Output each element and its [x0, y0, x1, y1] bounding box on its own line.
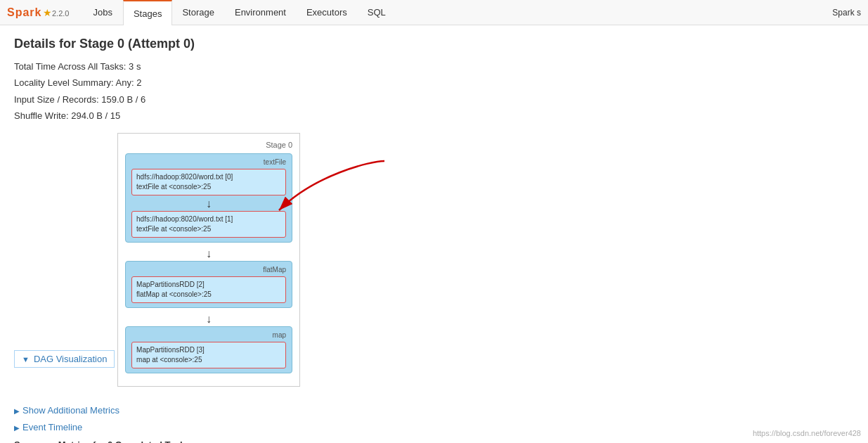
textfile-group-label: textFile — [131, 158, 286, 166]
meta-info: Total Time Across All Tasks: 3 s Localit… — [14, 58, 854, 124]
triangle-icon-timeline: ▶ — [14, 424, 20, 432]
top-navigation: Spark ★ 2.2.0 Jobs Stages Storage Enviro… — [0, 0, 868, 25]
tab-stages[interactable]: Stages — [123, 0, 172, 25]
show-additional-metrics-link[interactable]: ▶Show Additional Metrics — [14, 402, 854, 420]
url-watermark: https://blog.csdn.net/forever428 — [753, 429, 861, 437]
locality-summary: Locality Level Summary: Any: 2 — [14, 75, 854, 91]
tab-storage[interactable]: Storage — [172, 0, 225, 25]
rdd-node-0: hdfs://hadoop:8020/word.txt [0]textFile … — [131, 169, 286, 195]
shuffle-write: Shuffle Write: 294.0 B / 15 — [14, 108, 854, 124]
bottom-links: ▶Show Additional Metrics ▶Event Timeline — [14, 402, 854, 437]
summary-label: Summary Metrics for 0 Completed Tasks — [14, 439, 854, 443]
tab-environment[interactable]: Environment — [225, 0, 297, 25]
spark-version: 2.2.0 — [52, 9, 69, 18]
spark-star-icon: ★ — [43, 7, 52, 18]
stage-label: Stage 0 — [125, 141, 292, 149]
arrow-between-groups-2: ↓ — [125, 314, 292, 325]
tab-jobs[interactable]: Jobs — [83, 0, 122, 25]
total-time: Total Time Across All Tasks: 3 s — [14, 58, 854, 75]
nav-right-label: Spark s — [832, 8, 861, 18]
dag-arrow-icon: ▼ — [22, 355, 30, 364]
rdd-node-1: hdfs://hadoop:8020/word.txt [1]textFile … — [131, 211, 286, 238]
dag-container: Stage 0 textFile hdfs://hadoop:8020/word… — [117, 133, 300, 387]
rdd-group-textfile: textFile hdfs://hadoop:8020/word.txt [0]… — [125, 153, 292, 243]
dag-toggle-label: DAG Visualization — [34, 354, 108, 364]
inner-arrow-icon: ↓ — [131, 198, 286, 210]
spark-text: Spark — [7, 6, 41, 19]
spark-logo: Spark ★ — [7, 3, 49, 23]
arrow-between-groups-1: ↓ — [125, 248, 292, 259]
tab-executors[interactable]: Executors — [297, 0, 358, 25]
input-size: Input Size / Records: 159.0 B / 6 — [14, 91, 854, 108]
event-timeline-link[interactable]: ▶Event Timeline — [14, 419, 854, 437]
rdd-node-3: MapPartitionsRDD [3]map at <console>:25 — [131, 342, 286, 368]
rdd-group-map: map MapPartitionsRDD [3]map at <console>… — [125, 326, 292, 373]
flatmap-group-label: flatMap — [131, 266, 286, 274]
logo-area: Spark ★ 2.2.0 — [7, 3, 69, 23]
rdd-node-2: MapPartitionsRDD [2]flatMap at <console>… — [131, 276, 286, 303]
main-content: Details for Stage 0 (Attempt 0) Total Ti… — [0, 25, 868, 443]
dag-visualization-toggle[interactable]: ▼ DAG Visualization — [14, 350, 115, 368]
tab-sql[interactable]: SQL — [358, 0, 396, 25]
triangle-icon-metrics: ▶ — [14, 407, 20, 415]
map-group-label: map — [131, 331, 286, 339]
rdd-group-flatmap: flatMap MapPartitionsRDD [2]flatMap at <… — [125, 261, 292, 308]
page-title: Details for Stage 0 (Attempt 0) — [14, 37, 854, 51]
